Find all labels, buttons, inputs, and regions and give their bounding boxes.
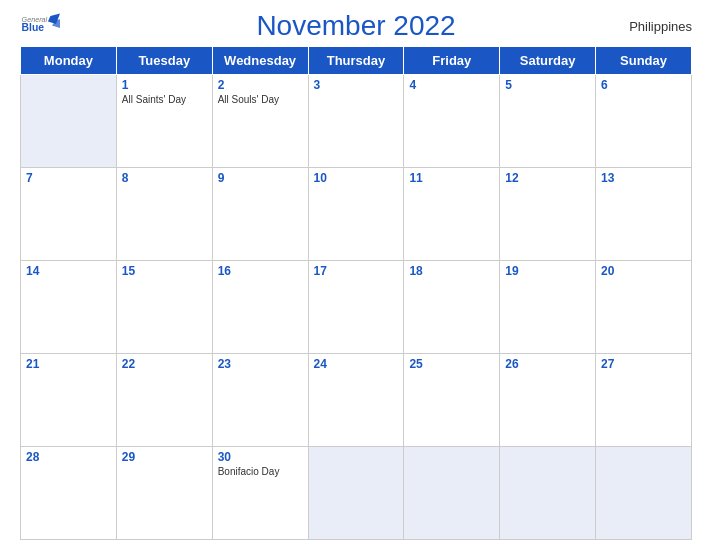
calendar-week: 282930Bonifacio Day	[21, 447, 692, 540]
day-number: 16	[218, 264, 303, 278]
calendar-day: 29	[116, 447, 212, 540]
day-number: 9	[218, 171, 303, 185]
calendar-day: 16	[212, 261, 308, 354]
calendar-day	[404, 447, 500, 540]
calendar-day: 25	[404, 354, 500, 447]
calendar-day: 23	[212, 354, 308, 447]
calendar-week: 14151617181920	[21, 261, 692, 354]
day-number: 10	[314, 171, 399, 185]
logo-icon: General Blue	[20, 12, 60, 40]
country-label: Philippines	[629, 19, 692, 34]
day-number: 23	[218, 357, 303, 371]
calendar-day: 9	[212, 168, 308, 261]
day-header-wednesday: Wednesday	[212, 47, 308, 75]
calendar-day: 10	[308, 168, 404, 261]
calendar-day: 24	[308, 354, 404, 447]
calendar-day: 13	[596, 168, 692, 261]
day-number: 30	[218, 450, 303, 464]
calendar-day: 5	[500, 75, 596, 168]
day-number: 8	[122, 171, 207, 185]
calendar-week: 1All Saints' Day2All Souls' Day3456	[21, 75, 692, 168]
day-number: 18	[409, 264, 494, 278]
day-number: 5	[505, 78, 590, 92]
day-header-friday: Friday	[404, 47, 500, 75]
day-number: 4	[409, 78, 494, 92]
day-number: 26	[505, 357, 590, 371]
day-number: 2	[218, 78, 303, 92]
calendar-day: 6	[596, 75, 692, 168]
calendar-day: 18	[404, 261, 500, 354]
holiday-label: All Saints' Day	[122, 94, 207, 105]
day-number: 19	[505, 264, 590, 278]
day-number: 29	[122, 450, 207, 464]
calendar-day: 2All Souls' Day	[212, 75, 308, 168]
day-header-tuesday: Tuesday	[116, 47, 212, 75]
calendar-day: 4	[404, 75, 500, 168]
day-number: 20	[601, 264, 686, 278]
svg-text:Blue: Blue	[22, 22, 45, 33]
calendar-day: 30Bonifacio Day	[212, 447, 308, 540]
calendar-day: 3	[308, 75, 404, 168]
day-number: 15	[122, 264, 207, 278]
holiday-label: All Souls' Day	[218, 94, 303, 105]
calendar-day: 28	[21, 447, 117, 540]
calendar-day: 21	[21, 354, 117, 447]
day-number: 12	[505, 171, 590, 185]
day-header-sunday: Sunday	[596, 47, 692, 75]
day-number: 27	[601, 357, 686, 371]
day-number: 17	[314, 264, 399, 278]
day-number: 11	[409, 171, 494, 185]
calendar-day: 7	[21, 168, 117, 261]
calendar-day: 19	[500, 261, 596, 354]
calendar-week: 21222324252627	[21, 354, 692, 447]
calendar-day: 17	[308, 261, 404, 354]
day-number: 7	[26, 171, 111, 185]
day-header-thursday: Thursday	[308, 47, 404, 75]
calendar-day: 22	[116, 354, 212, 447]
day-header-saturday: Saturday	[500, 47, 596, 75]
day-number: 28	[26, 450, 111, 464]
calendar-day: 12	[500, 168, 596, 261]
holiday-label: Bonifacio Day	[218, 466, 303, 477]
calendar-day	[21, 75, 117, 168]
calendar-day: 15	[116, 261, 212, 354]
day-number: 21	[26, 357, 111, 371]
calendar-day: 8	[116, 168, 212, 261]
calendar-day	[596, 447, 692, 540]
calendar-table: MondayTuesdayWednesdayThursdayFridaySatu…	[20, 46, 692, 540]
day-number: 25	[409, 357, 494, 371]
day-number: 3	[314, 78, 399, 92]
calendar-day: 26	[500, 354, 596, 447]
day-number: 22	[122, 357, 207, 371]
day-number: 13	[601, 171, 686, 185]
page-title: November 2022	[256, 10, 455, 42]
calendar-day: 1All Saints' Day	[116, 75, 212, 168]
calendar-day: 27	[596, 354, 692, 447]
calendar-day: 11	[404, 168, 500, 261]
calendar-day	[308, 447, 404, 540]
calendar-header: General Blue November 2022 Philippines	[20, 10, 692, 42]
logo: General Blue	[20, 12, 60, 40]
day-number: 1	[122, 78, 207, 92]
day-number: 6	[601, 78, 686, 92]
day-number: 14	[26, 264, 111, 278]
day-header-monday: Monday	[21, 47, 117, 75]
day-number: 24	[314, 357, 399, 371]
calendar-day: 20	[596, 261, 692, 354]
calendar-day	[500, 447, 596, 540]
calendar-week: 78910111213	[21, 168, 692, 261]
calendar-day: 14	[21, 261, 117, 354]
